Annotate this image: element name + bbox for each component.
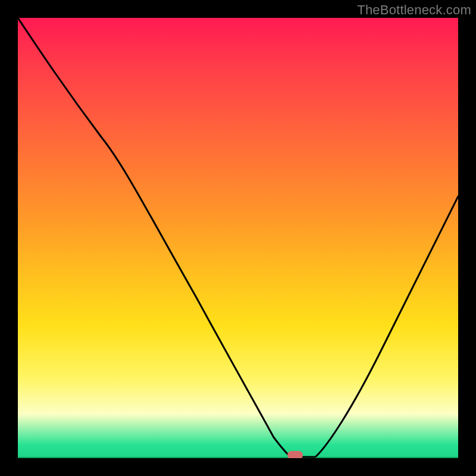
plot-area <box>18 18 458 458</box>
optimal-marker <box>287 451 303 458</box>
chart-frame: TheBottleneck.com <box>0 0 476 476</box>
watermark-label: TheBottleneck.com <box>357 2 471 18</box>
bottleneck-curve <box>18 18 458 458</box>
curve-path <box>18 18 458 457</box>
